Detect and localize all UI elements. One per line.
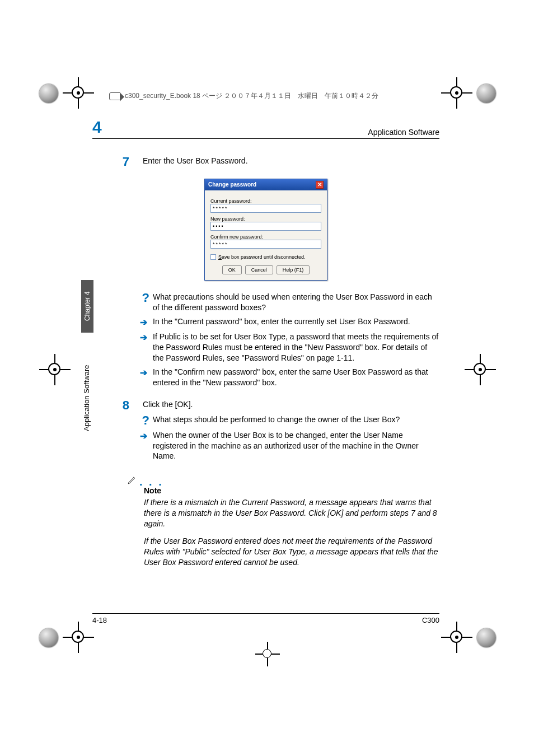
decorative-globe-icon (477, 628, 496, 647)
step-number: 7 (92, 156, 143, 171)
help-button[interactable]: Help (F1) (277, 265, 310, 274)
step-text: Click the [OK]. (143, 399, 439, 410)
answer-text: If Public is to be set for User Box Type… (153, 332, 439, 363)
book-header: c300_security_E.book 18 ページ ２００７年４月１１日 水… (109, 91, 378, 101)
book-header-text: c300_security_E.book 18 ページ ２００７年４月１１日 水… (125, 91, 378, 101)
new-password-input[interactable] (210, 222, 321, 231)
bookmark-icon (109, 92, 120, 100)
chapter-number: 4 (92, 118, 102, 137)
confirm-password-label: Confirm new password: (210, 234, 321, 240)
note-icon-row: . . . (127, 475, 439, 485)
question-icon: ? (139, 292, 153, 313)
decorative-globe-icon (39, 84, 58, 103)
chapter-tab: Chapter 4 (81, 280, 93, 333)
answer-text: In the "Current password" box, enter the… (153, 316, 439, 329)
question-text: What precautions should be used when ent… (153, 292, 439, 313)
running-head: 4 Application Software (92, 118, 439, 139)
answer-text: In the "Confirm new password" box, enter… (153, 367, 439, 388)
section-side-label: Application Software (82, 336, 91, 431)
step-7: 7 Enter the User Box Password. (92, 156, 439, 171)
crop-mark-icon (465, 354, 496, 385)
crop-mark-icon (441, 77, 472, 109)
cancel-button[interactable]: Cancel (245, 265, 273, 274)
pencil-icon (127, 475, 137, 485)
note-paragraph: If there is a mismatch in the Current Pa… (144, 497, 439, 529)
current-password-input[interactable] (210, 204, 321, 213)
step-text: Enter the User Box Password. (143, 156, 439, 166)
ok-button[interactable]: OK (222, 265, 242, 274)
note-paragraph: If the User Box Password entered does no… (144, 536, 439, 568)
arrow-icon: ➔ (139, 316, 153, 329)
question-text: What steps should be performed to change… (153, 414, 439, 427)
crop-mark-icon (63, 622, 94, 653)
ellipsis-icon: . . . (139, 478, 163, 485)
decorative-globe-icon (39, 628, 58, 647)
change-password-dialog: Change password ✕ Current password: New … (204, 179, 327, 281)
page-footer: 4-18 C300 (92, 613, 439, 624)
arrow-icon: ➔ (139, 332, 153, 363)
crop-mark-icon (441, 622, 472, 653)
save-password-label: ave box password until disconnected. (222, 254, 306, 260)
page-number: 4-18 (92, 616, 107, 624)
step-number: 8 (92, 399, 143, 465)
new-password-label: New password: (210, 216, 321, 222)
page-content: 4 Application Software 7 Enter the User … (92, 118, 439, 575)
arrow-icon: ➔ (139, 367, 153, 388)
crop-mark-icon (39, 354, 71, 385)
current-password-label: Current password: (210, 198, 321, 204)
running-title: Application Software (368, 128, 439, 137)
dialog-title: Change password (208, 181, 256, 188)
note-label: Note (144, 486, 439, 495)
question-icon: ? (139, 414, 153, 427)
answer-text: When the owner of the User Box is to be … (153, 430, 439, 462)
arrow-icon: ➔ (139, 430, 153, 462)
step-8: 8 Click the [OK]. ? What steps should be… (92, 399, 439, 465)
save-password-row[interactable]: Save box password until disconnected. (210, 254, 321, 260)
close-icon[interactable]: ✕ (316, 181, 324, 189)
crop-mark-icon (63, 77, 94, 109)
model-name: C300 (422, 616, 439, 624)
decorative-globe-icon (477, 84, 496, 103)
dialog-titlebar: Change password ✕ (205, 179, 327, 190)
step-7-qa: ? What precautions should be used when e… (92, 292, 439, 391)
crop-mark-icon (255, 642, 280, 666)
confirm-password-input[interactable] (210, 240, 321, 249)
save-password-checkbox[interactable] (210, 254, 216, 260)
